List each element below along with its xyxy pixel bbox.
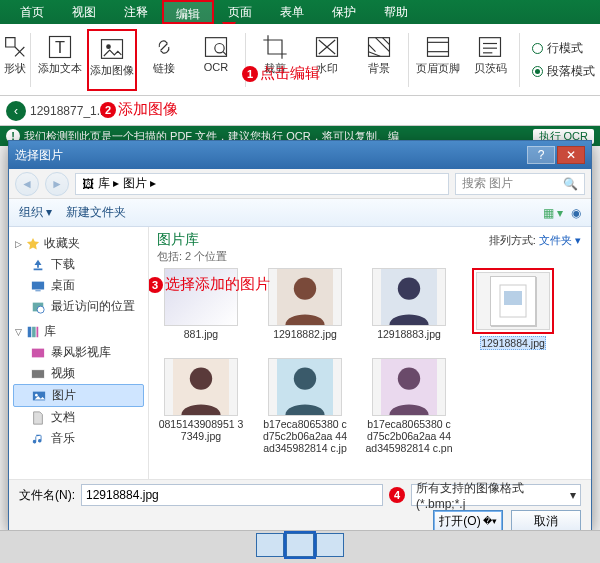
badge-4-icon: 4 bbox=[389, 487, 405, 503]
close-icon[interactable]: ✕ bbox=[557, 146, 585, 164]
menu-protect[interactable]: 保护 bbox=[318, 0, 370, 24]
svg-point-25 bbox=[35, 393, 38, 396]
svg-rect-19 bbox=[28, 326, 32, 337]
menu-page[interactable]: 页面 bbox=[214, 0, 266, 24]
callout-3: 3选择添加的图片 bbox=[149, 275, 270, 294]
add-text-button[interactable]: T 添加文本 bbox=[35, 29, 85, 91]
document-tab[interactable]: 12918877_1... bbox=[30, 104, 107, 118]
library-sub: 包括: 2 个位置 bbox=[157, 249, 583, 264]
page-thumb[interactable] bbox=[256, 533, 284, 557]
menu-comment[interactable]: 注释 bbox=[110, 0, 162, 24]
page-thumb[interactable] bbox=[316, 533, 344, 557]
video-icon bbox=[31, 346, 45, 360]
view-options-icon[interactable]: ▦ ▾ bbox=[543, 206, 563, 220]
paragraph-mode-radio[interactable]: 段落模式 bbox=[532, 63, 595, 80]
svg-rect-20 bbox=[32, 326, 36, 337]
help-icon[interactable]: ◉ bbox=[571, 206, 581, 220]
callout-2: 2添加图像 bbox=[100, 100, 178, 119]
file-name-label: 881.jpg bbox=[184, 328, 218, 340]
svg-rect-15 bbox=[32, 281, 44, 289]
file-item[interactable]: 12918882.jpg bbox=[261, 268, 349, 350]
file-item[interactable]: 12918884.jpg bbox=[469, 268, 557, 350]
nav-videos[interactable]: 视频 bbox=[13, 363, 144, 384]
header-footer-button[interactable]: 页眉页脚 bbox=[413, 29, 463, 91]
svg-rect-23 bbox=[32, 369, 44, 378]
svg-point-33 bbox=[190, 367, 212, 389]
svg-rect-21 bbox=[37, 326, 39, 337]
file-open-dialog: 选择图片 ? ✕ ◄ ► 🖼库 ▸ 图片 ▸ 搜索 图片🔍 组织 ▾ 新建文件夹… bbox=[8, 140, 592, 530]
sort-row: 排列方式: 文件夹 ▾ bbox=[489, 233, 581, 248]
row-mode-radio[interactable]: 行模式 bbox=[532, 40, 595, 57]
row-mode-label: 行模式 bbox=[547, 40, 583, 57]
path-breadcrumb[interactable]: 🖼库 ▸ 图片 ▸ bbox=[75, 173, 449, 195]
library-icon bbox=[26, 325, 40, 339]
file-name-label: 12918882.jpg bbox=[273, 328, 337, 340]
nav-recent[interactable]: 最近访问的位置 bbox=[13, 296, 144, 317]
film-icon bbox=[31, 367, 45, 381]
file-name-label: 12918883.jpg bbox=[377, 328, 441, 340]
svg-point-29 bbox=[398, 277, 420, 299]
file-item[interactable]: b17eca8065380 cd75c2b06a2aa 44ad34598281… bbox=[365, 358, 453, 456]
open-button[interactable]: 打开(O) �▾ bbox=[433, 510, 503, 532]
back-icon[interactable]: ‹ bbox=[6, 101, 26, 121]
svg-rect-8 bbox=[428, 37, 449, 56]
file-item[interactable]: b17eca8065380 cd75c2b06a2aa 44ad34598281… bbox=[261, 358, 349, 456]
file-name-label: b17eca8065380 cd75c2b06a2aa 44ad34598281… bbox=[261, 418, 349, 456]
add-image-label: 添加图像 bbox=[90, 63, 134, 78]
svg-rect-16 bbox=[35, 290, 40, 291]
dialog-titlebar: 选择图片 ? ✕ bbox=[9, 141, 591, 169]
dialog-nav-bar: ◄ ► 🖼库 ▸ 图片 ▸ 搜索 图片🔍 bbox=[9, 169, 591, 199]
shape-button[interactable]: 形状 bbox=[4, 29, 26, 91]
cancel-button[interactable]: 取消 bbox=[511, 510, 581, 532]
file-name-label: 0815143908951 37349.jpg bbox=[157, 418, 245, 442]
svg-rect-11 bbox=[480, 37, 501, 56]
nav-stormvideo[interactable]: 暴风影视库 bbox=[13, 342, 144, 363]
nav-desktop[interactable]: 桌面 bbox=[13, 275, 144, 296]
desktop-icon bbox=[31, 279, 45, 293]
nav-back-icon[interactable]: ◄ bbox=[15, 172, 39, 196]
sort-dropdown[interactable]: 文件夹 ▾ bbox=[539, 234, 581, 246]
file-thumbnail-icon bbox=[372, 268, 446, 326]
nav-music[interactable]: 音乐 bbox=[13, 428, 144, 449]
link-button[interactable]: 链接 bbox=[139, 29, 189, 91]
libraries-group[interactable]: ▽库 bbox=[13, 321, 144, 342]
nav-downloads[interactable]: 下载 bbox=[13, 254, 144, 275]
music-icon bbox=[31, 432, 45, 446]
nav-forward-icon[interactable]: ► bbox=[45, 172, 69, 196]
document-tab-bar: ‹ 12918877_1... 2添加图像 bbox=[0, 96, 600, 126]
search-icon: 🔍 bbox=[563, 177, 578, 191]
file-item[interactable]: 0815143908951 37349.jpg bbox=[157, 358, 245, 456]
add-text-label: 添加文本 bbox=[38, 61, 82, 76]
new-folder-button[interactable]: 新建文件夹 bbox=[66, 204, 126, 221]
ocr-label: OCR bbox=[204, 61, 228, 73]
paragraph-mode-label: 段落模式 bbox=[547, 63, 595, 80]
badge-3-icon: 3 bbox=[149, 277, 163, 293]
menu-form[interactable]: 表单 bbox=[266, 0, 318, 24]
dialog-toolbar: 组织 ▾ 新建文件夹 ▦ ▾ ◉ bbox=[9, 199, 591, 227]
nav-documents[interactable]: 文档 bbox=[13, 407, 144, 428]
page-thumb-selected[interactable] bbox=[286, 533, 314, 557]
search-input[interactable]: 搜索 图片🔍 bbox=[455, 173, 585, 195]
menu-home[interactable]: 首页 bbox=[6, 0, 58, 24]
ocr-button[interactable]: OCR bbox=[191, 29, 241, 91]
download-icon bbox=[31, 258, 45, 272]
callout-1: 1点击编辑 bbox=[242, 64, 320, 83]
favorites-group[interactable]: ▷收藏夹 bbox=[13, 233, 144, 254]
help-button[interactable]: ? bbox=[527, 146, 555, 164]
file-thumbnail-icon bbox=[476, 272, 550, 330]
image-icon bbox=[98, 35, 126, 63]
organize-button[interactable]: 组织 ▾ bbox=[19, 204, 52, 221]
bates-button[interactable]: 贝茨码 bbox=[465, 29, 515, 91]
background-button[interactable]: 背景 bbox=[354, 29, 404, 91]
filetype-combobox[interactable]: 所有支持的图像格式 (*.bmp;*.j▾ bbox=[411, 484, 581, 506]
file-name-label: 12918884.jpg bbox=[480, 336, 546, 350]
filename-input[interactable] bbox=[81, 484, 383, 506]
file-item[interactable]: 12918883.jpg bbox=[365, 268, 453, 350]
menu-view[interactable]: 视图 bbox=[58, 0, 110, 24]
menu-edit[interactable]: 编辑 bbox=[162, 0, 214, 24]
menu-help[interactable]: 帮助 bbox=[370, 0, 422, 24]
add-image-button[interactable]: 添加图像 bbox=[87, 29, 137, 91]
svg-point-3 bbox=[106, 44, 111, 49]
nav-pictures[interactable]: 图片 bbox=[13, 384, 144, 407]
recent-icon bbox=[31, 300, 45, 314]
